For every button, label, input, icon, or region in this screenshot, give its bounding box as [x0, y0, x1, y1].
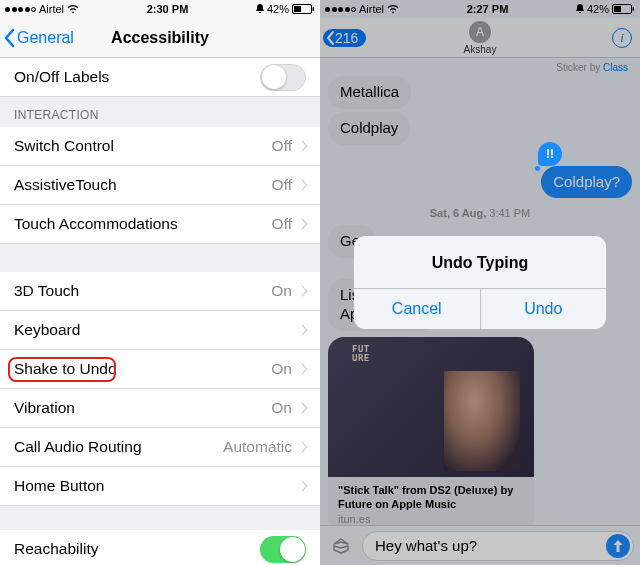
chevron-right-icon [296, 480, 307, 491]
row-touch-accommodations[interactable]: Touch Accommodations Off [0, 205, 320, 244]
row-label: Call Audio Routing [14, 438, 223, 456]
row-label: Reachability [14, 540, 260, 558]
row-value: Off [272, 137, 292, 155]
battery-pct: 42% [267, 3, 289, 15]
row-home-button[interactable]: Home Button [0, 467, 320, 506]
cancel-button[interactable]: Cancel [354, 289, 481, 329]
back-label: General [17, 29, 74, 47]
status-bar: Airtel 2:30 PM 42% [0, 0, 320, 18]
chevron-right-icon [296, 285, 307, 296]
row-label: Keyboard [14, 321, 298, 339]
chevron-right-icon [296, 441, 307, 452]
row-vibration[interactable]: Vibration On [0, 389, 320, 428]
messages-screen: Airtel 2:27 PM 42% 216 A Akshay i Sticke… [320, 0, 640, 565]
row-value: On [271, 282, 292, 300]
row-value: On [271, 360, 292, 378]
row-label: 3D Touch [14, 282, 271, 300]
chevron-right-icon [296, 218, 307, 229]
alarm-icon [256, 4, 264, 14]
row-label: Touch Accommodations [14, 215, 272, 233]
row-3d-touch[interactable]: 3D Touch On [0, 272, 320, 311]
row-value: Off [272, 176, 292, 194]
toggle-reachability[interactable] [260, 536, 306, 563]
svg-rect-1 [294, 6, 301, 12]
status-time: 2:30 PM [147, 3, 189, 15]
row-keyboard[interactable]: Keyboard [0, 311, 320, 350]
alert-title: Undo Typing [354, 236, 606, 288]
toggle-onoff-labels[interactable] [260, 64, 306, 91]
row-assistivetouch[interactable]: AssistiveTouch Off [0, 166, 320, 205]
row-shake-to-undo[interactable]: Shake to Undo On [0, 350, 320, 389]
nav-bar: General Accessibility [0, 18, 320, 58]
row-value: On [271, 399, 292, 417]
alert-overlay: Undo Typing Cancel Undo [320, 0, 640, 565]
row-switch-control[interactable]: Switch Control Off [0, 127, 320, 166]
back-button[interactable]: General [0, 28, 74, 48]
row-label: Home Button [14, 477, 298, 495]
row-label: Switch Control [14, 137, 272, 155]
chevron-left-icon [3, 28, 15, 48]
settings-screen: Airtel 2:30 PM 42% General Accessibility… [0, 0, 320, 565]
row-value: Off [272, 215, 292, 233]
chevron-right-icon [296, 324, 307, 335]
row-label: AssistiveTouch [14, 176, 272, 194]
battery-icon [292, 4, 315, 14]
tapback-emphasis-icon[interactable]: !! [538, 142, 562, 166]
row-label: Shake to Undo [14, 360, 271, 378]
row-call-audio-routing[interactable]: Call Audio Routing Automatic [0, 428, 320, 467]
chevron-right-icon [296, 179, 307, 190]
chevron-right-icon [296, 402, 307, 413]
row-reachability[interactable]: Reachability [0, 530, 320, 565]
svg-rect-2 [312, 7, 314, 11]
chevron-right-icon [296, 363, 307, 374]
carrier-label: Airtel [39, 3, 64, 15]
row-label: Vibration [14, 399, 271, 417]
row-value: Automatic [223, 438, 292, 456]
row-onoff-labels[interactable]: On/Off Labels [0, 58, 320, 97]
section-header-interaction: INTERACTION [0, 97, 320, 127]
chevron-right-icon [296, 140, 307, 151]
undo-button[interactable]: Undo [481, 289, 607, 329]
undo-typing-alert: Undo Typing Cancel Undo [354, 236, 606, 329]
row-label: On/Off Labels [14, 68, 260, 86]
wifi-icon [67, 5, 79, 14]
